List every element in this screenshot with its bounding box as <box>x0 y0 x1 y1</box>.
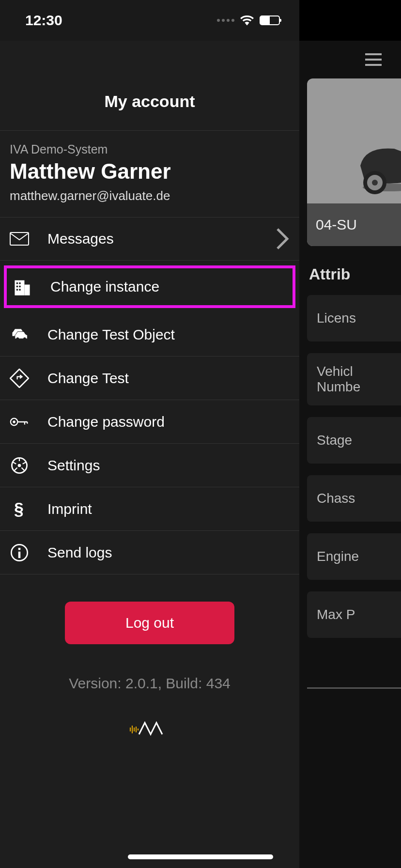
svg-point-31 <box>372 180 378 186</box>
menu-change-test-object[interactable]: Change Test Object <box>0 313 299 356</box>
divider <box>307 687 401 689</box>
gear-icon <box>10 456 39 475</box>
menu-list: Messages Change instance Change Test Obj… <box>0 217 299 574</box>
home-indicator[interactable] <box>128 854 273 859</box>
svg-rect-19 <box>18 551 20 558</box>
menu-change-test[interactable]: Change Test <box>0 356 299 400</box>
version-text: Version: 2.0.1, Build: 434 <box>0 675 299 692</box>
svg-rect-4 <box>19 282 20 284</box>
attr-chassis[interactable]: Chass <box>307 475 401 522</box>
attr-maxp[interactable]: Max P <box>307 591 401 638</box>
menu-label: Settings <box>39 457 290 474</box>
menu-label: Messages <box>39 231 275 247</box>
menu-messages[interactable]: Messages <box>0 217 299 261</box>
svg-point-10 <box>23 337 26 340</box>
logo <box>0 719 299 738</box>
attr-license[interactable]: Licens <box>307 295 401 341</box>
system-name: IVA Demo-System <box>10 142 290 156</box>
user-email: matthew.garner@ivaluate.de <box>10 188 290 203</box>
page-title: My account <box>104 92 195 111</box>
svg-point-13 <box>13 420 15 423</box>
user-info: IVA Demo-System Matthew Garner matthew.g… <box>0 131 299 217</box>
attr-engine[interactable]: Engine <box>307 533 401 580</box>
battery-icon <box>260 16 280 25</box>
logout-button[interactable]: Log out <box>65 602 234 644</box>
key-icon <box>10 412 39 432</box>
menu-change-instance[interactable]: Change instance <box>4 265 295 308</box>
svg-rect-6 <box>19 286 20 287</box>
menu-label: Change Test <box>39 370 290 387</box>
info-icon <box>10 543 39 562</box>
mail-icon <box>10 229 39 248</box>
svg-rect-11 <box>10 369 29 388</box>
logout-label: Log out <box>125 615 174 631</box>
menu-label: Change instance <box>42 279 287 295</box>
menu-settings[interactable]: Settings <box>0 444 299 487</box>
menu-label: Change Test Object <box>39 326 290 343</box>
menu-label: Send logs <box>39 544 290 561</box>
cars-icon <box>10 325 39 344</box>
svg-rect-2 <box>24 285 30 295</box>
status-time: 12:30 <box>25 12 62 29</box>
car-image-icon <box>351 137 401 204</box>
account-drawer: 12:30 My account IVA Demo-System Matthew… <box>0 0 299 868</box>
card-label: 04-SU <box>307 203 401 246</box>
building-icon <box>13 277 42 296</box>
menu-label: Change password <box>39 414 290 430</box>
attr-stage[interactable]: Stage <box>307 417 401 464</box>
drawer-header: My account <box>0 41 299 131</box>
menu-send-logs[interactable]: Send logs <box>0 531 299 574</box>
svg-rect-3 <box>16 282 18 284</box>
svg-rect-25 <box>365 53 382 55</box>
status-bar: 12:30 <box>0 0 299 41</box>
hamburger-icon[interactable] <box>365 53 382 66</box>
svg-rect-0 <box>10 232 29 245</box>
chevron-right-icon <box>275 227 290 251</box>
svg-point-15 <box>18 464 21 467</box>
svg-rect-18 <box>18 548 20 550</box>
vehicle-card[interactable]: 04-SU <box>307 78 401 246</box>
signal-dots-icon <box>217 19 234 22</box>
attributes-title: Attrib <box>299 265 401 283</box>
directions-icon <box>10 369 39 388</box>
svg-rect-5 <box>16 286 18 287</box>
menu-change-password[interactable]: Change password <box>0 400 299 444</box>
attr-vin[interactable]: Vehicl Numbe <box>307 353 401 405</box>
section-icon: § <box>10 499 39 519</box>
svg-rect-8 <box>19 289 20 290</box>
logout-wrap: Log out <box>0 574 299 664</box>
menu-label: Imprint <box>39 501 290 517</box>
user-name: Matthew Garner <box>10 159 290 184</box>
svg-rect-26 <box>365 59 382 61</box>
wifi-icon <box>240 15 254 26</box>
menu-imprint[interactable]: § Imprint <box>0 487 299 531</box>
svg-text:§: § <box>14 499 24 518</box>
brand-logo-icon <box>125 719 174 738</box>
svg-rect-27 <box>365 64 382 66</box>
background-screen: 04-SU Attrib Licens Vehicl Numbe Stage C… <box>299 0 401 868</box>
status-right <box>217 15 280 26</box>
svg-point-9 <box>16 337 19 340</box>
svg-rect-7 <box>16 289 18 290</box>
